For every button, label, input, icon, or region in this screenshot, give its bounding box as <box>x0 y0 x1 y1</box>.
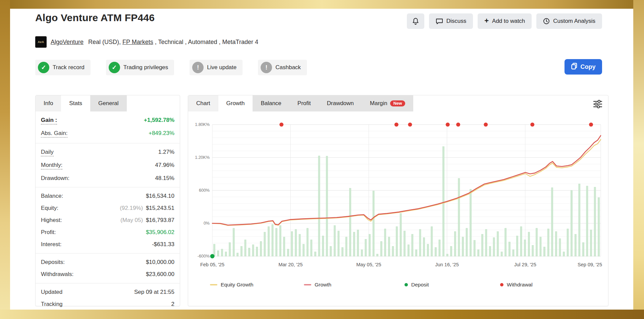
stat-value: -$631.33 <box>152 241 174 248</box>
discuss-button[interactable]: Discuss <box>429 13 473 29</box>
stat-row: Profit:$35,906.02 <box>36 226 180 238</box>
stat-group: Deposits:$10,000.00Withdrawals:$23,600.0… <box>36 253 180 283</box>
svg-text:Jun 16, '25: Jun 16, '25 <box>435 262 459 267</box>
clock-icon <box>543 18 550 25</box>
add-to-watch-button[interactable]: +Add to watch <box>478 13 532 29</box>
exclamation-icon: ! <box>192 62 204 73</box>
stat-value: 48.15% <box>155 175 174 182</box>
stat-row: Abs. Gain:+849.23% <box>36 127 180 140</box>
legend-item-withdrawal[interactable]: Withdrawal <box>500 282 533 288</box>
tab-info-label: Info <box>44 100 53 107</box>
stat-value: +1,592.78% <box>144 117 174 124</box>
stat-group: Daily1.27%Monthly:47.96%Drawdown:48.15% <box>36 143 180 187</box>
account-meta: AvA AlgoVenture Real (USD), FP Markets ,… <box>35 36 258 48</box>
svg-text:-600%: -600% <box>198 254 210 259</box>
page-title: Algo Venture ATM FP446 <box>35 12 155 24</box>
badge-trading-privileges: ✓Trading privileges <box>106 60 174 75</box>
tab-drawdown[interactable]: Drawdown <box>319 95 362 111</box>
tab-chart-label: Chart <box>196 100 210 107</box>
custom-analysis-button[interactable]: Custom Analysis <box>536 13 602 29</box>
withdrawal-marker <box>589 123 593 127</box>
exclamation-icon: ! <box>261 62 272 73</box>
tab-balance-label: Balance <box>261 100 281 107</box>
svg-text:0%: 0% <box>204 221 210 226</box>
stat-value: $16,534.10 <box>146 193 174 199</box>
stat-value: $35,906.02 <box>146 229 174 236</box>
custom-analysis-label: Custom Analysis <box>553 18 595 25</box>
tab-growth[interactable]: Growth <box>218 95 253 111</box>
tab-margin-label: Margin <box>370 100 387 107</box>
legend-label: Growth <box>315 282 331 288</box>
stat-row: Drawdown:48.15% <box>36 172 180 184</box>
copy-button[interactable]: Copy <box>565 59 602 75</box>
stat-label: Abs. Gain: <box>41 130 67 138</box>
tab-growth-label: Growth <box>226 100 245 107</box>
stat-group: UpdatedSep 09 at 21:55Tracking2 <box>36 283 180 313</box>
svg-text:May 05, '25: May 05, '25 <box>356 262 381 267</box>
tab-balance[interactable]: Balance <box>253 95 289 111</box>
gold-frame-left <box>0 0 10 319</box>
gold-frame-bottom <box>0 310 644 319</box>
stat-row: Interest:-$631.33 <box>36 238 180 250</box>
stat-label: Drawdown: <box>41 175 69 182</box>
chat-icon <box>436 18 443 25</box>
check-icon: ✓ <box>109 62 120 73</box>
stat-label: Gain : <box>41 117 57 125</box>
stat-label: Tracking <box>41 301 63 308</box>
stat-label: Balance: <box>41 193 63 199</box>
vendor-link[interactable]: AlgoVenture <box>51 39 84 46</box>
new-badge: New <box>390 100 406 107</box>
tab-margin[interactable]: MarginNew <box>362 95 414 111</box>
stat-row: Deposits:$10,000.00 <box>36 256 180 268</box>
withdrawal-marker <box>530 123 534 127</box>
stat-value: Sep 09 at 21:55 <box>134 289 174 295</box>
stat-label: Interest: <box>41 241 61 248</box>
legend-item-deposit[interactable]: Deposit <box>405 282 429 288</box>
stat-label: Highest: <box>41 217 62 224</box>
chart-legend: Equity GrowthGrowthDepositWithdrawal <box>188 282 607 295</box>
chart-tabbar: ChartGrowthBalanceProfitDrawdownMarginNe… <box>188 95 608 111</box>
stat-row: Highest:(May 05) $16,793.87 <box>36 214 180 226</box>
tab-general[interactable]: General <box>90 95 126 111</box>
info-tabbar: InfoStatsGeneral <box>36 95 180 111</box>
badge-track-record: ✓Track record <box>35 60 91 75</box>
gold-frame-right <box>633 0 644 319</box>
svg-text:Mar 20, '25: Mar 20, '25 <box>278 262 303 267</box>
notifications-button[interactable] <box>407 13 424 29</box>
legend-dot-swatch <box>500 283 503 286</box>
verification-badges: ✓Track record✓Trading privileges!Live up… <box>35 60 307 75</box>
stat-row: Balance:$16,534.10 <box>36 190 180 202</box>
account-type-text: Real (USD), <box>88 39 122 46</box>
legend-item-equity-growth[interactable]: Equity Growth <box>210 282 253 288</box>
tab-profit[interactable]: Profit <box>289 95 319 111</box>
legend-label: Equity Growth <box>221 282 253 288</box>
stat-group: Gain :+1,592.78%Abs. Gain:+849.23% <box>36 111 180 143</box>
add-to-watch-label: Add to watch <box>492 18 525 25</box>
stat-row: Withdrawals:$23,600.00 <box>36 268 180 280</box>
stat-value: (92.19%) $15,243.51 <box>120 205 174 212</box>
legend-line-swatch <box>304 284 311 285</box>
copy-icon <box>571 63 577 71</box>
broker-link[interactable]: FP Markets <box>122 39 153 46</box>
svg-text:Jul 29, '25: Jul 29, '25 <box>514 262 536 267</box>
copy-button-label: Copy <box>581 63 596 71</box>
tab-general-label: General <box>98 100 118 107</box>
stat-row: Daily1.27% <box>36 146 180 159</box>
growth-chart-svg: 1.80K%1.20K%600%0%-600%Feb 05, '25Mar 20… <box>188 113 607 271</box>
tab-profit-label: Profit <box>298 100 311 107</box>
svg-text:Feb 05, '25: Feb 05, '25 <box>200 262 224 267</box>
sliders-icon[interactable] <box>593 99 603 109</box>
legend-item-growth[interactable]: Growth <box>304 282 331 288</box>
stat-label: Profit: <box>41 229 56 236</box>
svg-text:1.80K%: 1.80K% <box>195 122 210 127</box>
withdrawal-marker <box>394 123 398 127</box>
tab-info[interactable]: Info <box>36 95 61 111</box>
badge-label: Trading privileges <box>123 64 168 71</box>
bell-icon <box>412 17 419 25</box>
withdrawal-marker <box>446 123 450 127</box>
tab-chart[interactable]: Chart <box>188 95 218 111</box>
tab-stats[interactable]: Stats <box>61 95 90 111</box>
stat-value: 1.27% <box>158 149 174 155</box>
stat-value-note: (92.19%) <box>120 205 145 211</box>
badge-label: Track record <box>53 64 85 71</box>
